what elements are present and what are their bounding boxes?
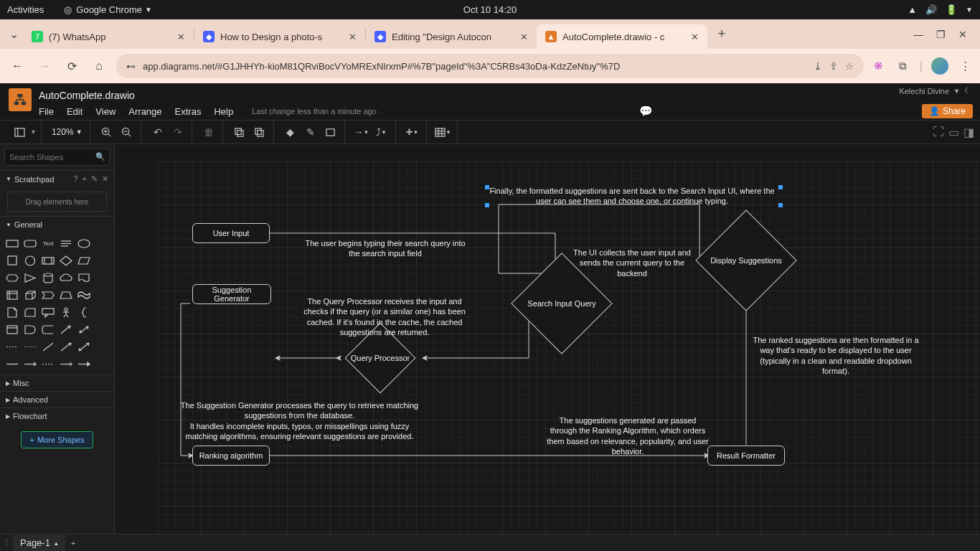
canvas[interactable]: User Input Suggestion Generator Ranking …: [115, 144, 980, 534]
home-button[interactable]: ⌂: [89, 56, 109, 76]
table-icon[interactable]: ▼: [434, 123, 453, 141]
shape-document[interactable]: [77, 271, 90, 284]
shape-and[interactable]: [24, 323, 37, 336]
shape-square[interactable]: [6, 254, 19, 267]
shape-conn3[interactable]: [42, 357, 55, 370]
scratchpad-dropzone[interactable]: Drag elements here: [7, 192, 107, 212]
menu-view[interactable]: View: [95, 106, 116, 117]
shape-line2[interactable]: [60, 340, 73, 353]
shape-process[interactable]: [42, 254, 55, 267]
topbar-app-name[interactable]: Google Chrome: [76, 4, 142, 15]
zoom-in-icon[interactable]: [98, 123, 116, 141]
page-menu-icon[interactable]: ⋮: [0, 538, 13, 547]
outline-panel-icon[interactable]: ◨: [963, 126, 974, 139]
section-misc[interactable]: ▶Misc: [0, 375, 114, 391]
add-icon[interactable]: +▼: [403, 123, 422, 141]
format-panel-icon[interactable]: ▭: [948, 126, 959, 139]
site-info-icon[interactable]: ⊷: [126, 61, 136, 72]
shape-cube[interactable]: [24, 288, 37, 301]
shape-cylinder[interactable]: [42, 271, 55, 284]
shape-line3[interactable]: [77, 340, 90, 353]
shape-blank[interactable]: [95, 340, 108, 353]
shape-text[interactable]: Text: [42, 237, 55, 250]
shape-conn4[interactable]: [60, 357, 73, 370]
shape-actor[interactable]: [60, 306, 73, 319]
node-display-suggestions[interactable]: Display Suggestions: [710, 225, 782, 296]
section-flowchart[interactable]: ▶Flowchart: [0, 408, 114, 424]
bookmark-icon[interactable]: ☆: [845, 61, 854, 72]
shape-trapezoid[interactable]: [60, 288, 73, 301]
theme-toggle-icon[interactable]: ☾: [964, 86, 971, 95]
chevron-down-icon[interactable]: ▼: [966, 6, 973, 14]
shape-blank[interactable]: [95, 271, 108, 284]
extensions-icon[interactable]: ⧉: [895, 58, 911, 74]
node-ranking-algorithm[interactable]: Ranking algorithm: [192, 446, 270, 466]
shape-line[interactable]: [42, 340, 55, 353]
profile-avatar[interactable]: [931, 57, 948, 75]
zoom-level[interactable]: 120%▼: [49, 127, 85, 137]
delete-icon[interactable]: 🗑: [199, 123, 218, 141]
user-name[interactable]: Kelechi Divine: [899, 87, 949, 95]
undo-icon[interactable]: ↶: [149, 123, 167, 141]
shape-ellipse[interactable]: [77, 237, 90, 250]
clock[interactable]: Oct 10 14:20: [463, 4, 517, 15]
shape-curly[interactable]: [77, 306, 90, 319]
minimize-button[interactable]: —: [913, 29, 923, 40]
to-back-icon[interactable]: [250, 123, 269, 141]
install-app-icon[interactable]: ⤓: [814, 60, 822, 72]
close-icon[interactable]: ✕: [349, 32, 357, 42]
shape-circle[interactable]: [24, 254, 37, 267]
close-icon[interactable]: ✕: [102, 174, 108, 184]
battery-icon[interactable]: 🔋: [946, 4, 957, 15]
fullscreen-icon[interactable]: ⛶: [933, 126, 944, 139]
menu-arrange[interactable]: Arrange: [128, 106, 161, 117]
section-general[interactable]: ▼ General: [0, 216, 114, 232]
connection-icon[interactable]: →▼: [352, 123, 371, 141]
shape-arrow[interactable]: [60, 323, 73, 336]
node-query-processor[interactable]: Query Processor: [355, 333, 405, 383]
menu-extras[interactable]: Extras: [175, 106, 202, 117]
fill-color-icon[interactable]: ◆: [281, 123, 300, 141]
shape-blank[interactable]: [95, 357, 108, 370]
tab-hashnode-2[interactable]: ◆ Editing "Design Autocon ✕: [366, 24, 537, 49]
shape-blank[interactable]: [95, 237, 108, 250]
redo-icon[interactable]: ↷: [169, 123, 187, 141]
menu-edit[interactable]: Edit: [67, 106, 83, 117]
shape-or[interactable]: [6, 323, 19, 336]
share-button[interactable]: 👤 Share: [922, 104, 973, 118]
to-front-icon[interactable]: [230, 123, 249, 141]
close-icon[interactable]: ✕: [691, 32, 699, 42]
tab-whatsapp[interactable]: 7 (7) WhatsApp ✕: [23, 24, 194, 49]
shadow-icon[interactable]: [321, 123, 340, 141]
shape-conn2[interactable]: [24, 357, 37, 370]
page-tab-1[interactable]: Page-1 ▴: [13, 535, 65, 551]
sidebar-toggle-icon[interactable]: [10, 123, 29, 141]
more-shapes-button[interactable]: +More Shapes: [21, 431, 94, 448]
shape-conn1[interactable]: [6, 357, 19, 370]
reload-button[interactable]: ⟳: [62, 56, 82, 76]
address-bar[interactable]: ⊷ app.diagrams.net/#G1JHHYh-kioM81QRviBo…: [116, 54, 864, 78]
close-icon[interactable]: ✕: [177, 32, 185, 42]
node-result-formatter[interactable]: Result Formatter: [707, 446, 785, 466]
edit-icon[interactable]: ✎: [91, 174, 98, 184]
shape-internal-storage[interactable]: [6, 288, 19, 301]
chevron-down-icon[interactable]: ▼: [30, 128, 37, 136]
tab-hashnode-1[interactable]: ◆ How to Design a photo-s ✕: [194, 24, 365, 49]
annotation-final[interactable]: Finally, the formatted suggestions are s…: [488, 186, 776, 207]
node-user-input[interactable]: User Input: [192, 223, 270, 243]
shape-diamond[interactable]: [60, 254, 73, 267]
node-suggestion-generator[interactable]: Suggestion Generator: [192, 284, 271, 304]
waypoint-icon[interactable]: ⤴▼: [372, 123, 391, 141]
tab-drawio[interactable]: ▲ AutoComplete.drawio - c ✕: [537, 24, 707, 49]
shape-triangle[interactable]: [24, 271, 37, 284]
chevron-down-icon[interactable]: ▼: [953, 88, 960, 95]
shape-data-store[interactable]: [42, 323, 55, 336]
zoom-out-icon[interactable]: [118, 123, 136, 141]
shape-blank[interactable]: [95, 306, 108, 319]
activities-button[interactable]: Activities: [7, 4, 44, 15]
volume-icon[interactable]: 🔊: [925, 4, 937, 15]
shape-card[interactable]: [24, 306, 37, 319]
add-icon[interactable]: +: [83, 174, 87, 184]
menu-help[interactable]: Help: [214, 106, 233, 117]
share-icon[interactable]: ⇪: [829, 60, 838, 72]
